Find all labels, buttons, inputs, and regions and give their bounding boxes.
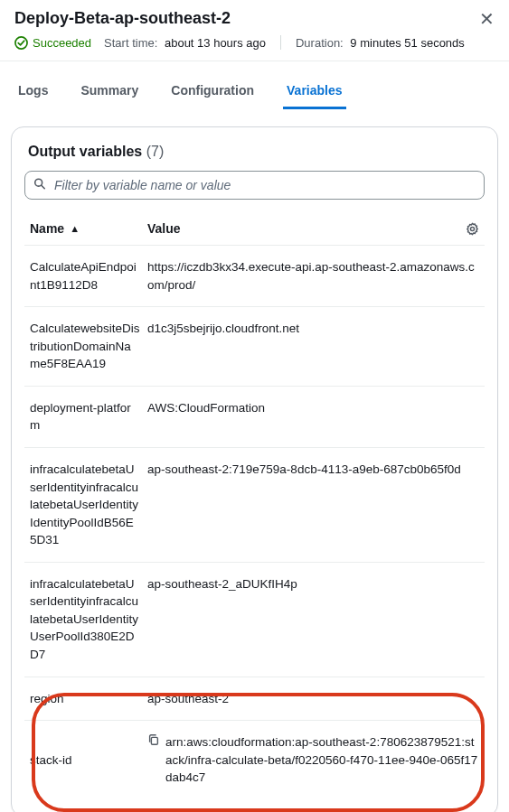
panel-count: (7) — [146, 144, 165, 159]
svg-point-0 — [15, 36, 27, 48]
variable-value: AWS:CloudFormation — [147, 399, 479, 434]
variable-name: deployment-platform — [30, 399, 147, 434]
panel-title: Output variables (7) — [24, 144, 485, 160]
variable-value: ap-southeast-2 — [147, 690, 479, 708]
variable-name: CalculateApiEndpoint1B9112D8 — [30, 258, 147, 294]
table-row: stack-idarn:aws:cloudformation:ap-southe… — [24, 720, 485, 799]
table-row: infracalculatebetaUserIdentityinfracalcu… — [24, 447, 485, 562]
status-label: Succeeded — [33, 36, 91, 50]
variable-value: arn:aws:cloudformation:ap-southeast-2:78… — [147, 733, 479, 787]
gear-icon[interactable] — [466, 222, 479, 236]
status-badge: Succeeded — [14, 36, 91, 50]
table-row: CalculatewebsiteDistributionDomainName5F… — [24, 306, 485, 386]
tab-configuration[interactable]: Configuration — [167, 74, 258, 109]
start-time: Start time: about 13 hours ago — [104, 36, 266, 50]
success-icon — [14, 36, 28, 50]
filter-input[interactable] — [24, 171, 485, 200]
column-header-value[interactable]: Value — [147, 221, 479, 236]
variable-value: https://iczdb3kx34.execute-api.ap-southe… — [147, 258, 479, 294]
tab-logs[interactable]: Logs — [14, 74, 52, 109]
tab-bar: Logs Summary Configuration Variables — [0, 74, 509, 110]
variable-name: stack-id — [30, 733, 147, 787]
variable-name: infracalculatebetaUserIdentityinfracalcu… — [30, 461, 147, 549]
column-header-name[interactable]: Name ▲ — [30, 221, 147, 236]
search-icon — [33, 178, 46, 193]
sort-asc-icon: ▲ — [70, 223, 80, 234]
table-row: CalculateApiEndpoint1B9112D8https://iczd… — [24, 245, 485, 306]
variable-value: d1c3j5sbejrijo.cloudfront.net — [147, 320, 479, 373]
copy-icon[interactable] — [147, 733, 160, 746]
variable-name: CalculatewebsiteDistributionDomainName5F… — [30, 320, 147, 373]
tab-variables[interactable]: Variables — [283, 74, 346, 109]
table-row: deployment-platformAWS:CloudFormation — [24, 386, 485, 447]
variable-name: region — [30, 690, 147, 708]
variable-name: infracalculatebetaUserIdentityinfracalcu… — [30, 575, 147, 664]
output-variables-panel: Output variables (7) Name ▲ Value Calcul… — [11, 126, 498, 812]
variable-value: ap-southeast-2:719e759a-8dcb-4113-a9eb-6… — [147, 461, 479, 549]
duration: Duration: 9 minutes 51 seconds — [296, 36, 465, 50]
table-row: infracalculatebetaUserIdentityinfracalcu… — [24, 562, 485, 677]
table-row: regionap-southeast-2 — [24, 677, 485, 721]
close-icon[interactable]: ✕ — [479, 10, 495, 28]
svg-rect-3 — [151, 738, 157, 745]
page-title: Deploy-Beta-ap-southeast-2 — [14, 9, 231, 28]
divider — [280, 35, 281, 50]
variable-value: ap-southeast-2_aDUKfIH4p — [147, 575, 479, 664]
tab-summary[interactable]: Summary — [77, 74, 142, 109]
svg-line-2 — [42, 185, 45, 189]
variables-table: Name ▲ Value CalculateApiEndpoint1B9112D… — [24, 212, 485, 799]
